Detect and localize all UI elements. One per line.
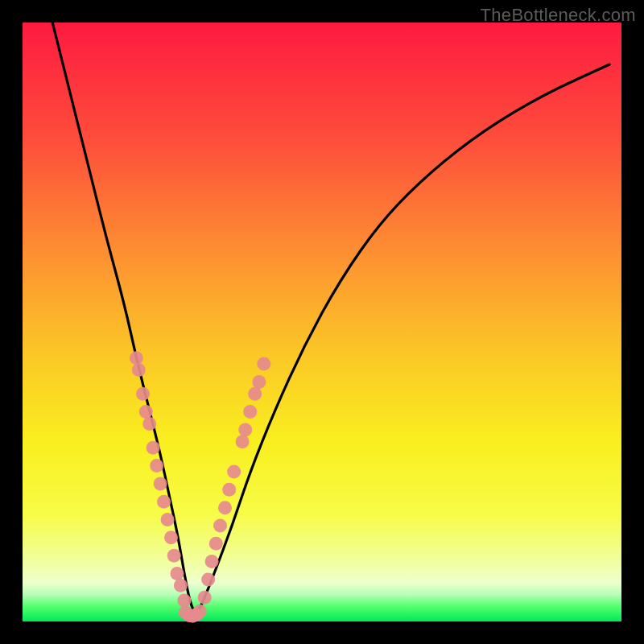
data-marker [257,357,270,371]
data-marker [142,417,156,431]
data-marker [130,351,143,365]
data-marker [177,593,191,607]
data-marker [136,387,150,401]
data-marker [147,441,160,455]
data-marker [198,591,212,605]
data-marker [154,477,167,490]
data-marker [193,605,207,618]
data-marker [170,567,184,580]
data-marker [248,387,262,401]
watermark-text: TheBottleneck.com [481,5,636,26]
data-marker [218,501,232,514]
data-marker [243,405,257,419]
data-marker [161,513,175,526]
outer-frame: TheBottleneck.com [0,0,644,644]
data-marker [150,459,163,473]
data-marker [174,579,188,592]
data-marker [227,465,241,479]
data-marker [209,537,223,551]
data-marker [164,530,178,544]
data-marker [236,435,250,448]
plot-area [23,23,621,621]
data-marker [252,375,266,389]
chart-svg [23,23,621,621]
data-marker [238,423,252,436]
data-marker [213,518,227,532]
gradient-background [23,23,621,621]
data-marker [139,405,153,419]
data-marker [157,495,171,509]
data-marker [201,572,215,586]
data-marker [222,483,236,497]
data-marker [205,555,219,568]
data-marker [167,549,181,563]
data-marker [132,363,146,377]
